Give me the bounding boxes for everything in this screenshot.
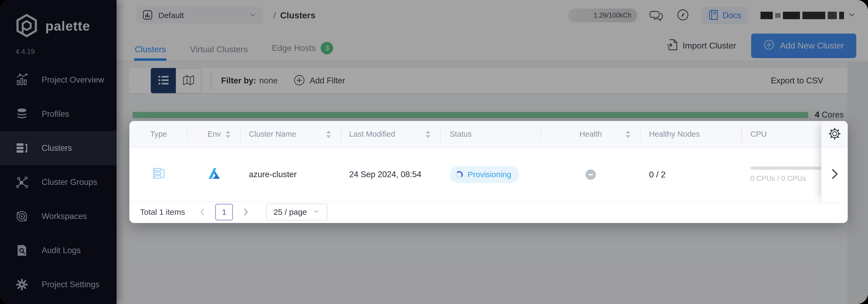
previous-page-button[interactable] [199,208,206,216]
pagination-total: Total 1 items [140,208,185,216]
sort-icon[interactable] [326,130,331,138]
column-header-env[interactable]: Env [188,121,241,147]
page-size-select[interactable]: 25 / page [266,204,327,221]
healthy-nodes-cell: 0 / 2 [641,148,742,201]
page-size-value: 25 / page [273,208,307,216]
column-header-last-modified[interactable]: Last Modified [341,121,441,147]
last-modified-cell: 24 Sep 2024, 08:54 [341,148,441,201]
column-header-cluster-name[interactable]: Cluster Name [241,121,341,147]
gear-icon[interactable] [829,128,841,141]
table-fixed-right-column [821,121,848,202]
cluster-type-cell [129,148,188,201]
health-unknown-icon [586,169,596,180]
chevron-down-icon [313,208,320,216]
column-header-health[interactable]: Health [541,121,641,147]
sort-icon[interactable] [426,130,431,138]
sort-icon[interactable] [226,130,230,138]
status-cell: Provisioning [441,148,541,201]
table-row[interactable]: azure-cluster 24 Sep 2024, 08:54 Provisi… [129,148,848,202]
status-badge: Provisioning [450,166,519,183]
sort-icon[interactable] [625,130,630,138]
row-expand-cell [822,148,848,201]
next-page-button[interactable] [243,208,249,216]
azure-icon [208,168,220,181]
chevron-right-icon[interactable] [830,168,839,181]
spinner-icon [456,171,463,178]
table-header-row: Type Env Cluster Name Last Modified Stat… [129,121,848,148]
pagination-bar: Total 1 items 1 25 / page [129,202,848,223]
status-label: Provisioning [468,170,511,179]
app-window: Default / Clusters 1.29/100kCh [0,0,868,304]
page-number-button[interactable]: 1 [215,204,233,220]
cluster-type-icon [153,167,165,182]
column-header-healthy-nodes[interactable]: Healthy Nodes [641,121,742,147]
env-cell [188,148,241,201]
column-settings-header [822,121,848,148]
cluster-name-cell[interactable]: azure-cluster [241,148,341,201]
column-header-status[interactable]: Status [441,121,541,147]
column-header-type[interactable]: Type [129,121,188,147]
health-cell [541,148,641,201]
clusters-table-card: Type Env Cluster Name Last Modified Stat… [129,121,848,223]
